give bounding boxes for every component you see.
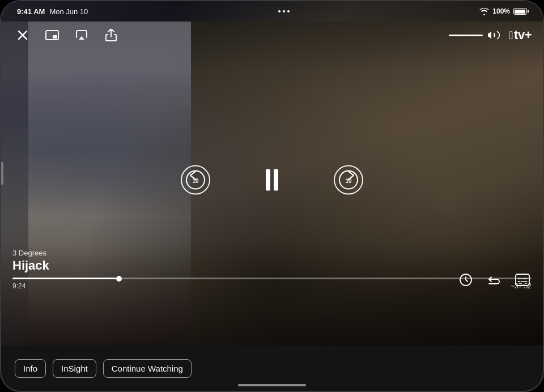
skip-back-button[interactable]: 10 <box>181 165 210 195</box>
device-frame: 9:41 AM Mon Jun 10 100% <box>0 0 544 392</box>
video-area[interactable]:  tv+ 10 <box>1 1 543 346</box>
airplay-icon <box>75 29 88 41</box>
progress-section[interactable]: 9:24 ~37:52 <box>12 278 532 290</box>
show-subtitle: 3 Degrees <box>12 249 532 257</box>
volume-line <box>449 35 483 36</box>
svg-text:10: 10 <box>192 178 199 184</box>
pause-bar-right <box>274 169 278 191</box>
subtitles-button[interactable] <box>513 271 532 289</box>
volume-icon <box>487 29 500 41</box>
pip-icon <box>45 29 59 41</box>
skip-forward-button[interactable]: 10 <box>334 165 363 195</box>
svg-rect-9 <box>516 274 529 286</box>
continue-watching-button[interactable]: Continue Watching <box>103 359 192 378</box>
status-bar: 9:41 AM Mon Jun 10 100% <box>1 1 543 22</box>
appletv-text: tv+ <box>514 28 532 42</box>
show-title: Hijack <box>12 258 532 273</box>
wifi-icon <box>479 8 489 15</box>
status-date: Mon Jun 10 <box>49 7 88 16</box>
progress-bar-fill <box>12 278 116 279</box>
skip-back-icon: 10 <box>185 170 206 190</box>
close-icon <box>17 29 28 41</box>
time-row: 9:24 ~37:52 <box>12 282 532 290</box>
skip-small-button[interactable] <box>485 271 503 289</box>
battery-percent: 100% <box>492 7 510 15</box>
subtitles-icon <box>515 274 530 286</box>
three-dots <box>278 10 290 12</box>
status-time: 9:41 AM <box>17 7 45 16</box>
progress-dot <box>116 276 122 282</box>
appletv-logo:  tv+ <box>509 28 532 42</box>
top-left-controls <box>12 25 121 45</box>
status-right: 100% <box>479 7 527 15</box>
home-indicator <box>238 384 306 386</box>
info-button[interactable]: Info <box>15 359 46 378</box>
chapters-icon <box>459 273 473 287</box>
pause-icon <box>266 169 278 191</box>
time-current: 9:24 <box>12 282 26 290</box>
svg-text:10: 10 <box>345 178 352 184</box>
share-icon <box>105 29 117 41</box>
insight-button[interactable]: InSight <box>53 359 96 378</box>
volume-control[interactable] <box>449 29 500 41</box>
pause-bar-left <box>266 169 270 191</box>
status-left: 9:41 AM Mon Jun 10 <box>17 7 88 16</box>
pause-button[interactable] <box>256 164 288 197</box>
apple-symbol:  <box>509 29 513 42</box>
share-button[interactable] <box>101 25 121 45</box>
svg-rect-3 <box>53 35 57 39</box>
progress-bar-background <box>12 278 532 279</box>
battery-icon <box>513 8 527 15</box>
skip-forward-icon: 10 <box>338 170 359 190</box>
chapters-button[interactable] <box>457 271 475 289</box>
skip-small-icon <box>487 273 501 287</box>
top-controls:  tv+ <box>1 25 543 45</box>
bottom-right-icons <box>457 271 532 289</box>
pip-button[interactable] <box>42 25 62 45</box>
top-right-controls:  tv+ <box>449 28 532 42</box>
status-center <box>278 10 290 12</box>
close-button[interactable] <box>12 25 33 45</box>
airplay-button[interactable] <box>71 25 92 45</box>
playback-controls: 10 10 <box>1 164 543 197</box>
